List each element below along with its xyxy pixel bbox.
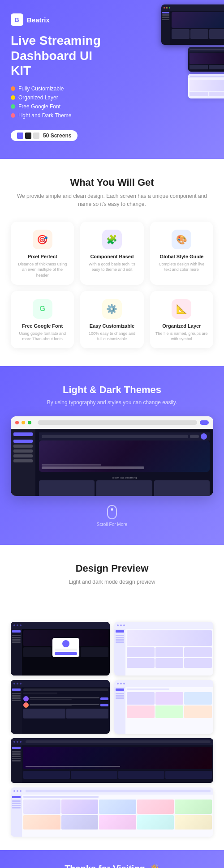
- dot-g-l: [123, 624, 125, 626]
- dot-y-4: [17, 741, 18, 743]
- feature-cards-grid: 🎯 Pixel Perfect Distance of thickness us…: [11, 222, 213, 348]
- dark-game-screen: [11, 738, 213, 783]
- sb-l-link-3: [116, 639, 124, 641]
- theme-preview-body: Today Top Streaming: [11, 429, 213, 496]
- dot-r-l: [117, 624, 119, 626]
- channel-row-2: [23, 702, 108, 708]
- dark-screen-content: [22, 629, 110, 676]
- google-font-desc: Using google font lato and more Than abo…: [16, 331, 69, 342]
- game-sb-5: [12, 760, 21, 761]
- badge-icon-group: [17, 133, 39, 139]
- style-guide-desc: Complete design with live text and color…: [155, 261, 208, 273]
- channel-sub-1: [30, 699, 72, 700]
- light-main-screen: [114, 622, 213, 676]
- lt-cat-2: [61, 800, 99, 814]
- sb-3-link-3: [116, 697, 124, 699]
- feature-item-4: Light and Dark Theme: [11, 112, 213, 119]
- dot-y-3: [120, 683, 122, 684]
- sb-l-link-2: [116, 637, 124, 638]
- modal-line-1: [55, 649, 77, 650]
- game-thumb-4: [165, 771, 212, 779]
- feature-card-organized-layer: 📐 Organized Layer The file is named, gro…: [150, 291, 213, 348]
- design-preview-subtitle: Light and dark mode design preview: [11, 578, 213, 586]
- sidebar-link-5: [13, 459, 33, 462]
- live-thumb-1: [23, 709, 65, 718]
- customizable-icon: ⚙️: [106, 304, 117, 314]
- thumb-l-4: [127, 658, 155, 668]
- channel-avatar-2: [23, 702, 29, 708]
- sidebar-logo-bar: [12, 630, 21, 633]
- dot-r-5: [13, 790, 15, 792]
- sb-link-4: [12, 641, 21, 643]
- what-you-get-section: What You Will Get We provide simple and …: [0, 159, 224, 366]
- what-you-get-subtitle: We provide simple and clean design. Each…: [11, 192, 213, 208]
- channel-avatar-1: [23, 696, 29, 701]
- lt-cat-9: [137, 815, 174, 830]
- game-thumbs: [23, 771, 212, 779]
- brand-icon: B: [11, 13, 23, 26]
- categories-grid: [127, 692, 212, 718]
- light-cat-bar: [114, 680, 213, 687]
- google-font-title: Free Google Font: [16, 323, 69, 329]
- lt-cat-4: [137, 800, 174, 814]
- light-screen-body: [114, 629, 213, 676]
- preview-sidebar: [11, 429, 35, 496]
- preview-hero-image: [39, 440, 210, 472]
- footer-content: Thanks for Visiting 👋: [11, 864, 213, 868]
- light-categories-tall-screen: [11, 787, 213, 837]
- design-preview-container: [0, 622, 224, 850]
- lt-title: [23, 796, 99, 798]
- sb-link-2: [12, 637, 21, 638]
- lt-cat-5: [175, 800, 212, 814]
- light-cat-tall-body: [11, 795, 213, 837]
- dark-modal-screen: [11, 622, 110, 676]
- hero-title: Live Streaming Dashboard UI KIT: [11, 33, 109, 78]
- dot-r: [13, 624, 15, 626]
- sb-2-link-4: [12, 700, 21, 701]
- footer-title: Thanks for Visiting: [65, 864, 145, 868]
- light-dark-subtitle: By using typography and styles you can c…: [11, 399, 213, 406]
- dark-search-screen: [11, 680, 110, 734]
- preview-thumbnails: [39, 480, 210, 496]
- sidebar-link-4: [13, 454, 33, 458]
- sidebar-logo-light: [116, 630, 124, 633]
- preview-window-bar: [11, 416, 213, 429]
- thumb-l-2: [155, 647, 183, 657]
- search-label: [23, 693, 57, 694]
- hero-text-overlay: [42, 466, 144, 469]
- game-urlbar: [26, 740, 211, 743]
- topbar-menu: [190, 435, 199, 438]
- thumb-l-3: [184, 647, 212, 657]
- organized-layer-title: Organized Layer: [155, 323, 208, 329]
- feature-card-pixel-perfect: 🎯 Pixel Perfect Distance of thickness us…: [11, 222, 74, 285]
- sb-link-1: [12, 635, 21, 636]
- modal-box: [52, 638, 79, 657]
- component-based-title: Component Based: [86, 254, 138, 259]
- section-label: Today Top Streaming: [39, 475, 210, 479]
- sidebar-logo: [13, 432, 33, 436]
- sb-3-link-1: [116, 693, 124, 694]
- sidebar-logo-2: [12, 688, 21, 691]
- game-screen-bar: [11, 738, 213, 745]
- dot-g-5: [20, 790, 22, 792]
- cat-title-bar: [127, 688, 169, 690]
- sb-link-3: [12, 639, 21, 641]
- light-extra-row: [127, 658, 212, 668]
- dot-y: [17, 624, 18, 626]
- lt-cat-grid-2: [23, 815, 212, 830]
- dot-g: [20, 624, 22, 626]
- cat-1: [127, 692, 155, 705]
- sidebar-link-1: [13, 440, 33, 443]
- cat-3: [184, 692, 212, 705]
- brand-name: Beatrix: [27, 16, 50, 24]
- sidebar-logo-3: [116, 688, 124, 691]
- lt-cat-10: [175, 815, 212, 830]
- hero-subtext: [42, 464, 101, 466]
- thumb-l-1: [127, 647, 155, 657]
- sb-2-link-1: [12, 693, 21, 694]
- channel-sub-2: [30, 705, 72, 706]
- game-screen-body: [11, 745, 213, 783]
- customizable-icon-wrap: ⚙️: [102, 299, 122, 319]
- component-based-icon-wrap: 🧩: [102, 230, 122, 249]
- channel-row-1: [23, 696, 108, 701]
